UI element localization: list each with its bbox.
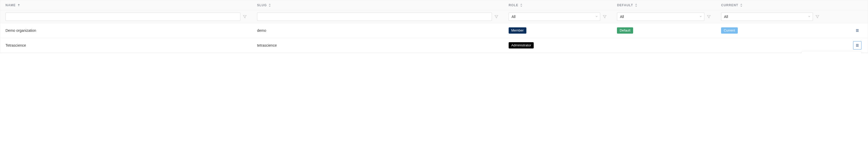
column-header-slug[interactable]: SLUG [257,3,271,7]
column-header-slug-label: SLUG [257,3,267,7]
sort-both-icon [740,3,743,7]
sort-both-icon [635,3,638,7]
cell-slug: tetrascience [257,43,277,47]
column-header-name-label: NAME [5,3,16,7]
row-actions-dropdown: Switch to this organization Set as Defau… [802,51,862,53]
cell-name: Demo organization [5,29,36,33]
table-header-row: NAME SLUG ROLE DE [0,0,868,10]
sort-both-icon [268,3,271,7]
table-filter-row [0,10,868,23]
filter-icon[interactable] [707,15,711,18]
sort-asc-icon [17,4,20,7]
column-header-role-label: ROLE [509,3,518,7]
cell-name: Tetrascience [5,43,26,47]
column-header-current[interactable]: CURRENT [721,3,743,7]
column-header-default[interactable]: DEFAULT [617,3,637,7]
dropdown-item-switch-org[interactable]: Switch to this organization [802,52,861,53]
current-badge: Current [721,27,738,34]
table-row: Demo organization demo Member Default Cu… [0,23,868,38]
filter-slug-input[interactable] [257,12,492,21]
row-menu-button[interactable] [853,26,862,35]
column-header-current-label: CURRENT [721,3,738,7]
filter-default-select[interactable] [617,12,704,21]
column-header-default-label: DEFAULT [617,3,633,7]
cell-slug: demo [257,29,266,33]
filter-current-select[interactable] [721,12,813,21]
row-menu-button[interactable] [853,41,862,49]
filter-name-input[interactable] [5,12,240,21]
table-row: Tetrascience tetrascience Administrator … [0,38,868,53]
role-badge: Member [509,27,526,34]
column-header-role[interactable]: ROLE [509,3,523,7]
column-header-name[interactable]: NAME [5,3,20,7]
filter-icon[interactable] [815,15,819,18]
filter-icon[interactable] [495,15,498,18]
filter-role-select[interactable] [509,12,600,21]
filter-icon[interactable] [603,15,607,18]
organizations-table: NAME SLUG ROLE DE [0,0,868,53]
role-badge: Administrator [509,42,534,48]
sort-both-icon [520,3,523,7]
filter-icon[interactable] [243,15,247,18]
default-badge: Default [617,27,633,34]
